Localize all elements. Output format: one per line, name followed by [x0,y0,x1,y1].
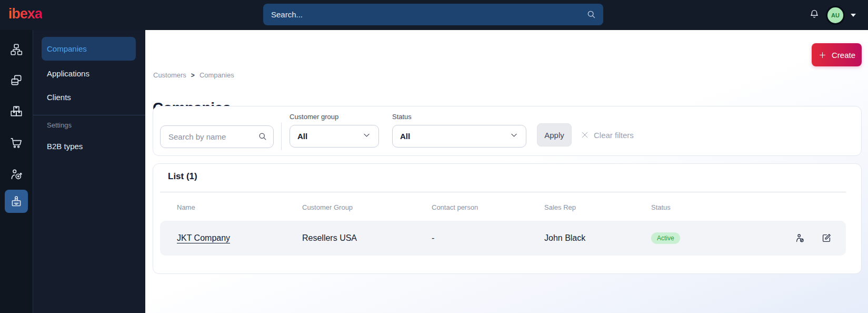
list-divider [160,192,846,192]
customer-group-value: All [297,132,307,141]
nav-commerce-cart-icon[interactable] [5,131,28,154]
column-header-contact-person: Contact person [432,203,478,211]
user-menu-caret-icon[interactable] [851,14,856,17]
impersonate-user-icon[interactable] [794,232,806,244]
main-content: Customers > Companies Create Companies [145,30,868,313]
nav-pages-icon[interactable] [5,69,28,92]
create-button[interactable]: Create [812,43,862,66]
menu-item-label: Companies [47,44,87,53]
breadcrumb: Customers > Companies [153,71,234,79]
filter-search [160,125,274,148]
global-search-input[interactable] [263,10,603,19]
side-menu: Companies Applications Clients Settings … [33,30,145,313]
plus-icon [818,51,827,60]
filter-status-label: Status [392,113,526,121]
nav-audience-target-icon[interactable] [5,163,28,186]
table-row[interactable]: JKT Company Resellers USA - John Black A… [160,221,846,256]
chevron-down-icon [362,131,371,142]
menu-item-b2b-types[interactable]: B2B types [47,142,83,151]
status-select[interactable]: All [392,125,526,148]
clear-filters-button[interactable]: Clear filters [581,123,634,146]
status-badge: Active [651,232,680,244]
app-window: ibexa AU [0,0,868,313]
search-icon [257,131,268,144]
menu-divider [33,115,145,115]
cell-customer-group: Resellers USA [302,221,357,256]
filter-status: Status All [392,113,526,148]
clear-filters-label: Clear filters [594,131,634,140]
nav-customer-portal-icon[interactable] [5,190,28,213]
filters-card: Customer group All Status All [153,106,862,156]
icon-rail [0,30,33,313]
notifications-bell-icon[interactable] [809,8,820,22]
user-avatar[interactable]: AU [827,7,843,23]
global-search[interactable] [263,4,603,25]
menu-item-applications[interactable]: Applications [47,69,89,78]
create-button-label: Create [832,51,855,60]
cell-sales-rep: John Black [544,221,585,256]
edit-icon[interactable] [821,232,832,244]
menu-item-clients[interactable]: Clients [47,93,71,102]
menu-item-companies[interactable]: Companies [42,37,136,61]
breadcrumb-customers[interactable]: Customers [153,71,186,79]
search-icon [586,9,597,22]
top-bar: ibexa AU [0,0,868,30]
list-title: List (1) [168,171,197,182]
menu-section-settings: Settings [47,121,72,129]
status-value: All [400,132,410,141]
close-icon [581,131,589,139]
customer-group-select[interactable]: All [290,125,379,148]
filter-divider [281,123,282,150]
column-header-customer-group: Customer Group [302,203,353,211]
nav-content-tree-icon[interactable] [5,38,28,61]
cell-name: JKT Company [177,221,230,256]
chevron-down-icon [510,131,518,142]
top-right-cluster: AU [809,0,856,30]
column-header-status: Status [651,203,671,211]
ibexa-logo: ibexa [8,6,42,22]
column-header-sales-rep: Sales Rep [544,203,576,211]
filter-customer-group-label: Customer group [290,113,379,121]
cell-status: Active [651,221,680,256]
list-card: List (1) Name Customer Group Contact per… [153,163,862,274]
filter-search-input[interactable] [160,125,274,148]
breadcrumb-separator: > [191,72,195,79]
column-header-name: Name [177,203,195,211]
breadcrumb-companies[interactable]: Companies [199,71,234,79]
filter-customer-group: Customer group All [290,113,379,148]
cell-contact-person: - [432,221,434,256]
apply-button[interactable]: Apply [537,123,572,146]
nav-products-icon[interactable] [5,100,28,123]
company-link[interactable]: JKT Company [177,233,230,243]
